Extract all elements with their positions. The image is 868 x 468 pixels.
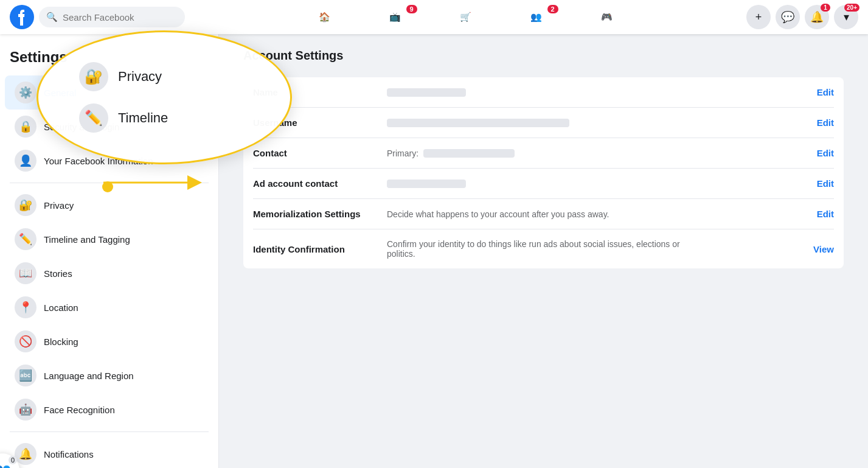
sidebar: Settings ⚙️ General 🔒 Security and Login…: [0, 34, 219, 468]
nav-groups[interactable]: 👥 2: [502, 2, 571, 32]
name-placeholder: [387, 88, 466, 97]
sidebar-item-general[interactable]: ⚙️ General: [5, 75, 214, 110]
groups-icon: 👥: [530, 12, 542, 23]
topbar-actions: + 💬 🔔 1 ▾ 20+: [746, 5, 858, 29]
sidebar-item-label-location: Location: [44, 302, 78, 313]
username-edit-button[interactable]: Edit: [817, 117, 834, 128]
contact-value: Primary:: [387, 148, 817, 158]
search-icon: 🔍: [46, 12, 58, 23]
memorialization-edit-button[interactable]: Edit: [817, 209, 834, 219]
sidebar-item-privacy[interactable]: 🔐 Privacy: [5, 188, 214, 222]
identity-desc: Confirm your identity to do things like …: [387, 239, 691, 259]
sidebar-title: Settings: [0, 44, 218, 75]
identity-view-button[interactable]: View: [813, 244, 834, 254]
ad-contact-label: Ad account contact: [253, 178, 387, 189]
sidebar-item-label-blocking: Blocking: [44, 337, 78, 347]
sidebar-item-label-timeline-tagging: Timeline and Tagging: [44, 234, 130, 245]
sidebar-item-face-recognition[interactable]: 🤖 Face Recognition: [5, 393, 214, 427]
location-icon: 📍: [15, 296, 36, 318]
groups-badge: 2: [547, 5, 558, 13]
identity-value: Confirm your identity to do things like …: [387, 239, 813, 259]
nav-video[interactable]: 📺 9: [361, 2, 429, 32]
security-login-icon: 🔒: [15, 116, 36, 138]
gaming-icon: 🎮: [601, 12, 613, 23]
notifications-icon: 🔔: [15, 443, 36, 465]
divider-1: [10, 183, 209, 183]
memorialization-desc: Decide what happens to your account afte…: [387, 209, 609, 219]
ad-contact-placeholder: [387, 180, 466, 188]
settings-card: Name Edit Username Edit Contact Primary:: [243, 77, 844, 268]
more-badge: 20+: [844, 4, 859, 12]
settings-row-memorialization: Memorialization Settings Decide what hap…: [253, 199, 834, 229]
settings-row-identity: Identity Confirmation Confirm your ident…: [253, 229, 834, 268]
add-button[interactable]: +: [746, 5, 771, 29]
sidebar-item-language-region[interactable]: 🔤 Language and Region: [5, 358, 214, 393]
contact-prefix: Primary:: [387, 148, 418, 158]
identity-label: Identity Confirmation: [253, 244, 387, 254]
ad-contact-value: [387, 180, 817, 188]
sidebar-item-label-general: General: [44, 88, 76, 98]
timeline-tagging-icon: ✏️: [15, 228, 36, 250]
privacy-icon: 🔐: [15, 194, 36, 216]
username-placeholder: [387, 119, 569, 127]
settings-row-ad-contact: Ad account contact Edit: [253, 169, 834, 199]
ad-contact-edit-button[interactable]: Edit: [817, 178, 834, 189]
sidebar-item-label-stories: Stories: [44, 268, 72, 279]
blocking-icon: 🚫: [15, 330, 36, 352]
sidebar-item-facebook-info[interactable]: 👤 Your Facebook Information: [5, 144, 214, 178]
sidebar-item-label-privacy: Privacy: [44, 200, 74, 211]
main-content: Account Settings Name Edit Username Edit: [219, 34, 868, 468]
contact-edit-button[interactable]: Edit: [817, 148, 834, 158]
notifications-badge: 1: [821, 4, 830, 12]
layout: Settings ⚙️ General 🔒 Security and Login…: [0, 34, 868, 468]
divider-2: [10, 431, 209, 432]
settings-row-username: Username Edit: [253, 108, 834, 138]
sidebar-item-security-login[interactable]: 🔒 Security and Login: [5, 110, 214, 144]
page-title: Account Settings: [243, 49, 844, 63]
memorialization-value: Decide what happens to your account afte…: [387, 209, 817, 219]
sidebar-item-label-security-login: Security and Login: [44, 122, 119, 132]
username-value: [387, 119, 817, 127]
home-icon: 🏠: [319, 12, 330, 23]
nav-home[interactable]: 🏠: [291, 2, 359, 32]
settings-row-name: Name Edit: [253, 77, 834, 108]
name-label: Name: [253, 87, 387, 97]
stories-icon: 📖: [15, 262, 36, 284]
search-input[interactable]: [63, 12, 178, 23]
name-value: [387, 88, 817, 97]
people-icon: 👥: [0, 463, 11, 468]
marketplace-icon: 🛒: [460, 12, 471, 23]
sidebar-item-stories[interactable]: 📖 Stories: [5, 256, 214, 290]
messenger-button[interactable]: 💬: [776, 5, 800, 29]
memorialization-label: Memorialization Settings: [253, 209, 387, 219]
video-icon: 📺: [389, 12, 401, 23]
sidebar-item-label-notifications: Notifications: [44, 449, 94, 459]
contact-placeholder: [423, 149, 515, 158]
sidebar-item-label-facebook-info: Your Facebook Information: [44, 156, 153, 166]
topbar-nav: 🏠 📺 9 🛒 👥 2 🎮: [190, 2, 741, 32]
language-region-icon: 🔤: [15, 365, 36, 386]
search-bar[interactable]: 🔍: [39, 7, 185, 27]
notifications-button[interactable]: 🔔 1: [805, 5, 829, 29]
name-edit-button[interactable]: Edit: [817, 87, 834, 97]
video-badge: 9: [406, 5, 417, 13]
username-label: Username: [253, 117, 387, 128]
sidebar-item-location[interactable]: 📍 Location: [5, 290, 214, 324]
settings-row-contact: Contact Primary: Edit: [253, 138, 834, 169]
facebook-info-icon: 👤: [15, 150, 36, 172]
general-icon: ⚙️: [15, 82, 36, 103]
nav-marketplace[interactable]: 🛒: [432, 2, 500, 32]
nav-gaming[interactable]: 🎮: [573, 2, 641, 32]
more-button[interactable]: ▾ 20+: [834, 5, 858, 29]
sidebar-item-notifications[interactable]: 🔔 Notifications: [5, 437, 214, 468]
face-recognition-icon: 🤖: [15, 399, 36, 421]
topbar: 🔍 🏠 📺 9 🛒 👥 2 🎮 + 💬 🔔 1 ▾ 20+: [0, 0, 868, 34]
sidebar-item-blocking[interactable]: 🚫 Blocking: [5, 324, 214, 358]
contact-label: Contact: [253, 148, 387, 158]
logo[interactable]: [10, 5, 34, 29]
floating-badge: 0: [9, 456, 17, 464]
sidebar-item-label-face-recognition: Face Recognition: [44, 405, 115, 415]
sidebar-item-timeline-tagging[interactable]: ✏️ Timeline and Tagging: [5, 222, 214, 256]
sidebar-item-label-language-region: Language and Region: [44, 371, 134, 381]
